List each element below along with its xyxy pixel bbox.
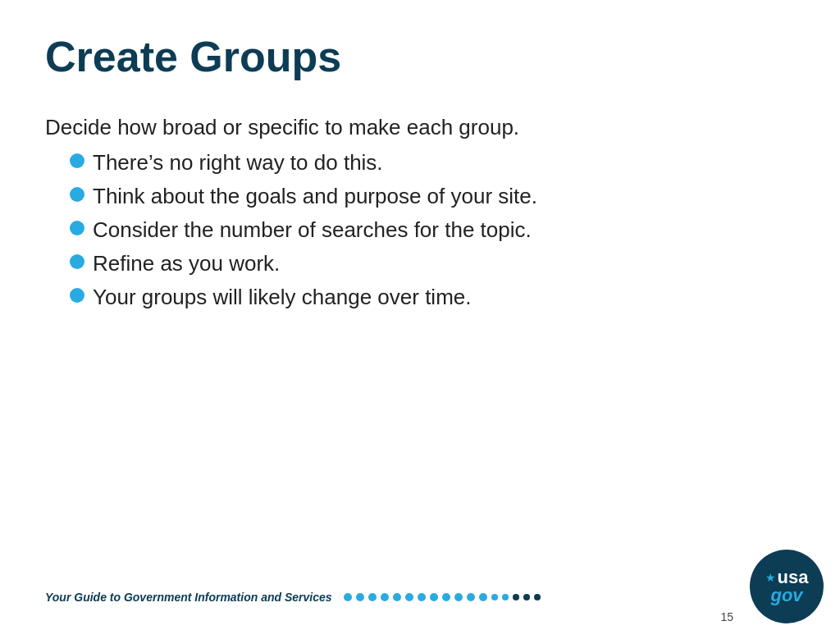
footer-dot — [513, 594, 519, 600]
footer-dot — [368, 593, 377, 601]
logo-star-usa: ★ usa — [765, 568, 809, 587]
bullet-dot-icon — [70, 288, 84, 303]
list-item: Consider the number of searches for the … — [70, 216, 795, 244]
footer-dots — [344, 593, 795, 601]
footer-dot — [491, 594, 498, 600]
footer-dot — [502, 594, 509, 600]
footer-dot — [534, 594, 541, 600]
bullet-text: Think about the goals and purpose of you… — [93, 182, 537, 211]
bullet-dot-icon — [70, 254, 84, 269]
footer-dot — [356, 593, 364, 601]
page-number: 15 — [720, 610, 733, 623]
bullet-text: There’s no right way to do this. — [93, 148, 383, 177]
star-icon: ★ — [765, 572, 776, 583]
footer-dot — [393, 593, 401, 601]
bullet-text: Refine as you work. — [93, 249, 280, 278]
list-item: Think about the goals and purpose of you… — [70, 182, 795, 211]
list-item: Your groups will likely change over time… — [70, 283, 795, 312]
footer-tagline: Your Guide to Government Information and… — [45, 591, 332, 604]
footer-dot — [467, 593, 475, 601]
footer-dot — [418, 593, 426, 601]
footer-dot — [479, 593, 487, 601]
footer-dot — [454, 593, 463, 601]
footer-dot — [405, 593, 413, 601]
list-item: There’s no right way to do this. — [70, 148, 795, 177]
list-item: Refine as you work. — [70, 249, 795, 278]
footer-dot — [381, 593, 389, 601]
logo-usa-text: usa — [778, 568, 809, 587]
footer-dot — [442, 593, 450, 601]
bullet-dot-icon — [70, 221, 84, 235]
usagov-logo: ★ usa gov — [750, 550, 824, 623]
footer-dot — [344, 593, 352, 601]
bullet-list: There’s no right way to do this. Think a… — [70, 148, 795, 312]
bullet-dot-icon — [70, 153, 84, 168]
footer-dot — [523, 594, 530, 600]
slide: Create Groups Decide how broad or specif… — [0, 0, 840, 630]
footer-dot — [430, 593, 438, 601]
footer: Your Guide to Government Information and… — [0, 564, 840, 630]
intro-text: Decide how broad or specific to make eac… — [45, 115, 795, 140]
bullet-dot-icon — [70, 187, 84, 202]
slide-title: Create Groups — [45, 33, 795, 82]
logo-gov-text: gov — [770, 587, 802, 605]
bullet-text: Your groups will likely change over time… — [93, 283, 472, 312]
bullet-text: Consider the number of searches for the … — [93, 216, 532, 244]
